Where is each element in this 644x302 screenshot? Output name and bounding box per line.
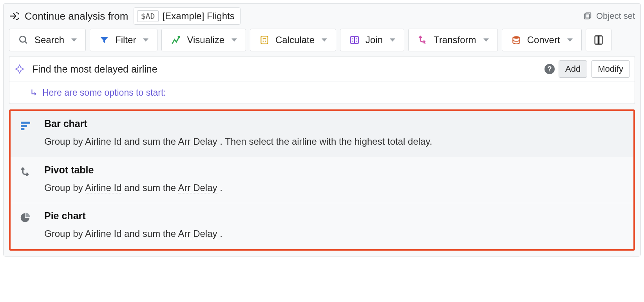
chevron-down-icon xyxy=(232,38,237,42)
join-button[interactable]: Join xyxy=(340,29,404,51)
desc-text: Group by xyxy=(44,136,85,147)
pivot-icon xyxy=(19,164,35,195)
suggestions-list: Bar chart Group by Airline Id and sum th… xyxy=(9,109,635,251)
query-actions: ? Add Modify xyxy=(545,60,630,78)
chevron-down-icon xyxy=(567,38,573,42)
svg-rect-3 xyxy=(261,36,268,44)
query-top-row: ? Add Modify xyxy=(9,56,635,82)
source-badge: $AD xyxy=(137,10,158,22)
svg-rect-7 xyxy=(21,122,30,124)
desc-text: . xyxy=(217,228,223,239)
desc-text: and sum the xyxy=(121,182,178,193)
add-button[interactable]: Add xyxy=(559,60,587,78)
corner-arrow-icon xyxy=(31,89,38,97)
transform-icon xyxy=(417,35,428,45)
field-ref: Airline Id xyxy=(85,228,121,239)
calculate-icon xyxy=(259,35,270,45)
suggestion-desc: Group by Airline Id and sum the Arr Dela… xyxy=(44,227,626,240)
suggestion-pie-chart[interactable]: Pie chart Group by Airline Id and sum th… xyxy=(11,203,633,249)
desc-text: . Then select the airline with the highe… xyxy=(217,136,432,147)
source-chip[interactable]: $AD [Example] Flights xyxy=(134,7,240,25)
header-left: Continue analysis from $AD [Example] Fli… xyxy=(9,7,241,25)
svg-point-2 xyxy=(20,36,25,42)
filter-button-label: Filter xyxy=(115,35,136,45)
enter-arrow-icon xyxy=(9,11,19,21)
suggestion-desc: Group by Airline Id and sum the Arr Dela… xyxy=(44,135,626,148)
desc-text: . xyxy=(217,182,223,193)
desc-text: Group by xyxy=(44,182,85,193)
analysis-panel: Continue analysis from $AD [Example] Fli… xyxy=(3,3,641,257)
chevron-down-icon xyxy=(143,38,148,42)
modify-button[interactable]: Modify xyxy=(591,60,630,78)
join-icon xyxy=(349,35,360,45)
svg-rect-8 xyxy=(21,125,27,127)
query-hint-text: Here are some options to start: xyxy=(42,87,166,98)
chevron-down-icon xyxy=(390,38,395,42)
docs-button[interactable] xyxy=(586,29,611,51)
bar-chart-icon xyxy=(19,118,35,148)
field-ref: Airline Id xyxy=(85,136,121,147)
suggestion-title: Bar chart xyxy=(44,118,626,129)
transform-button[interactable]: Transform xyxy=(408,29,497,51)
field-ref: Arr Delay xyxy=(178,182,217,193)
sparkle-icon xyxy=(14,64,25,75)
search-button-label: Search xyxy=(34,35,64,45)
suggestion-body: Pivot table Group by Airline Id and sum … xyxy=(44,164,626,195)
source-chip-label: [Example] Flights xyxy=(163,11,235,22)
desc-text: Group by xyxy=(44,228,85,239)
search-icon xyxy=(18,35,29,45)
field-ref: Arr Delay xyxy=(178,228,217,239)
suggestion-bar-chart[interactable]: Bar chart Group by Airline Id and sum th… xyxy=(11,111,633,157)
calculate-button-label: Calculate xyxy=(275,35,315,45)
svg-rect-9 xyxy=(21,128,24,130)
object-set-label: Object set xyxy=(596,11,635,21)
convert-icon xyxy=(511,35,522,45)
desc-text: and sum the xyxy=(121,136,178,147)
query-input-wrap xyxy=(14,64,537,75)
suggestion-desc: Group by Airline Id and sum the Arr Dela… xyxy=(44,181,626,195)
suggestion-title: Pie chart xyxy=(44,210,626,222)
visualize-icon xyxy=(170,35,181,45)
suggestion-title: Pivot table xyxy=(44,164,626,176)
chevron-down-icon xyxy=(71,38,77,42)
suggestion-body: Bar chart Group by Airline Id and sum th… xyxy=(44,118,626,148)
field-ref: Airline Id xyxy=(85,182,121,193)
visualize-button[interactable]: Visualize xyxy=(161,29,246,51)
toolbar: Search Filter Visualize Calculate xyxy=(9,29,635,51)
query-input[interactable] xyxy=(32,64,537,75)
object-set-icon xyxy=(582,11,593,22)
svg-point-6 xyxy=(513,36,519,39)
filter-button[interactable]: Filter xyxy=(90,29,157,51)
chevron-down-icon xyxy=(483,38,489,42)
filter-icon xyxy=(99,35,110,45)
calculate-button[interactable]: Calculate xyxy=(250,29,336,51)
transform-button-label: Transform xyxy=(434,35,476,45)
convert-button[interactable]: Convert xyxy=(502,29,582,51)
help-icon[interactable]: ? xyxy=(545,64,555,74)
header-prefix: Continue analysis from xyxy=(25,10,128,22)
desc-text: and sum the xyxy=(121,228,178,239)
query-box: ? Add Modify Here are some options to st… xyxy=(9,56,635,104)
query-hint: Here are some options to start: xyxy=(9,82,635,104)
header-row: Continue analysis from $AD [Example] Fli… xyxy=(9,7,635,25)
object-set-link[interactable]: Object set xyxy=(582,11,635,22)
visualize-button-label: Visualize xyxy=(187,35,224,45)
chevron-down-icon xyxy=(322,38,327,42)
field-ref: Arr Delay xyxy=(178,136,217,147)
convert-button-label: Convert xyxy=(527,35,560,45)
suggestion-body: Pie chart Group by Airline Id and sum th… xyxy=(44,210,626,240)
book-icon xyxy=(593,35,604,45)
join-button-label: Join xyxy=(365,35,383,45)
search-button[interactable]: Search xyxy=(9,29,86,51)
suggestion-pivot-table[interactable]: Pivot table Group by Airline Id and sum … xyxy=(11,157,633,204)
pie-chart-icon xyxy=(19,210,35,240)
